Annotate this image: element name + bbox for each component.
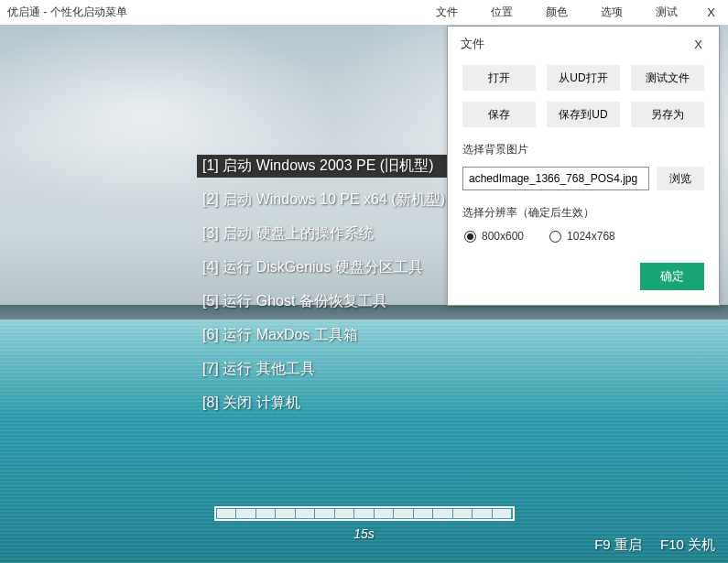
footer-hotkeys: F9 重启 F10 关机	[580, 536, 715, 554]
resolution-radio-800x600[interactable]: 800x600	[464, 230, 524, 243]
boot-item-1[interactable]: [1] 启动 Windows 2003 PE (旧机型)	[197, 155, 451, 178]
progress-segment	[335, 509, 354, 518]
boot-item-8[interactable]: [8] 关闭 计算机	[197, 392, 451, 415]
popup-button-row-2: 保存 保存到UD 另存为	[462, 102, 704, 127]
hotkey-poweroff: F10 关机	[660, 536, 715, 552]
progress-segment	[394, 509, 413, 518]
resolution-radio-group: 800x600 1024x768	[464, 230, 704, 243]
close-button[interactable]: X	[694, 0, 728, 25]
progress-segment	[276, 509, 295, 518]
test-file-button[interactable]: 测试文件	[631, 65, 704, 91]
progress-segment	[433, 509, 452, 518]
boot-item-5[interactable]: [5] 运行 Ghost 备份恢复工具	[197, 290, 451, 313]
bg-path-row: 浏览	[462, 167, 704, 190]
hotkey-reboot: F9 重启	[594, 536, 642, 552]
radio-dot-icon	[549, 231, 561, 243]
menu-item-file[interactable]: 文件	[419, 0, 474, 25]
menu-item-test[interactable]: 测试	[639, 0, 694, 25]
popup-title: 文件	[461, 36, 484, 52]
menu-item-color[interactable]: 颜色	[529, 0, 584, 25]
countdown-progress	[214, 506, 515, 521]
boot-item-4[interactable]: [4] 运行 DiskGenius 硬盘分区工具	[197, 256, 451, 279]
menu-item-options[interactable]: 选项	[584, 0, 639, 25]
boot-item-3[interactable]: [3] 启动 硬盘上的操作系统	[197, 222, 451, 245]
progress-segment	[493, 509, 512, 518]
radio-label-1024x768: 1024x768	[567, 230, 615, 243]
save-as-button[interactable]: 另存为	[631, 102, 704, 127]
progress-segment	[315, 509, 334, 518]
progress-segment	[414, 509, 433, 518]
radio-label-800x600: 800x600	[482, 230, 524, 243]
boot-item-7[interactable]: [7] 运行 其他工具	[197, 358, 451, 381]
boot-item-6[interactable]: [6] 运行 MaxDos 工具箱	[197, 324, 451, 347]
confirm-button[interactable]: 确定	[640, 263, 704, 290]
progress-segment	[473, 509, 492, 518]
bg-image-label: 选择背景图片	[462, 142, 704, 157]
popup-body: 打开 从UD打开 测试文件 保存 保存到UD 另存为 选择背景图片 浏览 选择分…	[448, 60, 719, 305]
boot-item-2[interactable]: [2] 启动 Windows 10 PE x64 (新机型)	[197, 189, 451, 211]
resolution-label: 选择分辨率（确定后生效）	[462, 205, 704, 221]
progress-segment	[217, 509, 236, 518]
menu-item-position[interactable]: 位置	[474, 0, 529, 25]
save-to-ud-button[interactable]: 保存到UD	[547, 102, 620, 127]
progress-segment	[236, 509, 255, 518]
menubar: 优启通 - 个性化启动菜单 文件 位置 颜色 选项 测试 X	[0, 0, 728, 25]
file-popup: 文件 X 打开 从UD打开 测试文件 保存 保存到UD 另存为 选择背景图片 浏…	[447, 26, 720, 306]
popup-close-button[interactable]: X	[690, 38, 706, 51]
progress-segment	[354, 509, 374, 518]
boot-menu-list: [1] 启动 Windows 2003 PE (旧机型) [2] 启动 Wind…	[197, 155, 451, 415]
save-button[interactable]: 保存	[462, 102, 536, 127]
popup-button-row-1: 打开 从UD打开 测试文件	[462, 65, 704, 91]
resolution-radio-1024x768[interactable]: 1024x768	[549, 230, 615, 243]
window-title: 优启通 - 个性化启动菜单	[0, 5, 127, 20]
popup-header: 文件 X	[448, 27, 719, 60]
browse-button[interactable]: 浏览	[657, 167, 704, 190]
open-button[interactable]: 打开	[462, 65, 536, 91]
progress-segment	[296, 509, 315, 518]
progress-segment	[453, 509, 473, 518]
radio-dot-icon	[464, 231, 476, 243]
progress-segment	[256, 509, 276, 518]
countdown-text: 15s	[353, 526, 375, 541]
confirm-row: 确定	[462, 263, 704, 290]
progress-segment	[375, 509, 394, 518]
bg-path-input[interactable]	[462, 167, 649, 190]
open-from-ud-button[interactable]: 从UD打开	[547, 65, 620, 91]
